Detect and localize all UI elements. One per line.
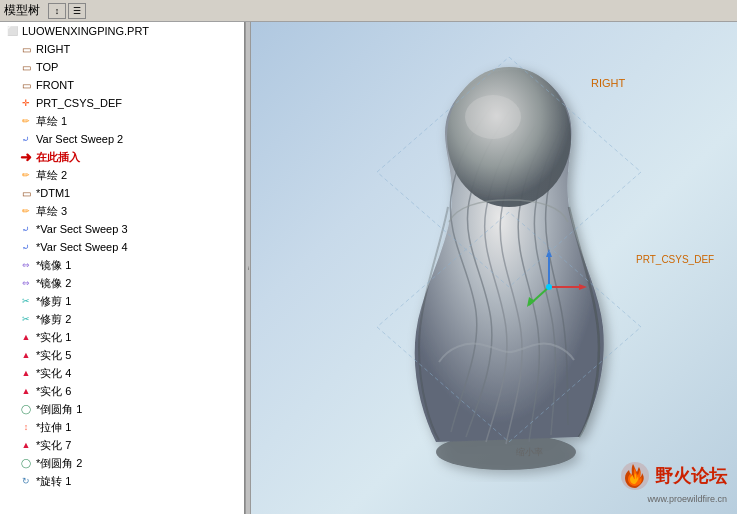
- watermark-url: www.proewildfire.cn: [619, 494, 727, 504]
- tree-item-17[interactable]: ✂ *修剪 2: [0, 310, 244, 328]
- tree-item-10[interactable]: ▭ *DTM1: [0, 184, 244, 202]
- tree-item-5[interactable]: ✛ PRT_CSYS_DEF: [0, 94, 244, 112]
- watermark-main-text: 野火论坛: [655, 464, 727, 488]
- filter-button[interactable]: ☰: [68, 3, 86, 19]
- tree-item-20[interactable]: ▲ *实化 4: [0, 364, 244, 382]
- tree-item-label-11: 草绘 3: [36, 204, 244, 219]
- tree-item-label-7: Var Sect Sweep 2: [36, 133, 244, 145]
- tree-item-icon-19: ▲: [18, 347, 34, 363]
- tree-item-18[interactable]: ▲ *实化 1: [0, 328, 244, 346]
- tree-content[interactable]: ⬜ LUOWENXINGPING.PRT ▭ RIGHT ▭ TOP ▭ FRO…: [0, 22, 244, 514]
- tree-item-22[interactable]: ◯ *倒圆角 1: [0, 400, 244, 418]
- tree-item-icon-16: ✂: [18, 293, 34, 309]
- model-3d-svg: [331, 52, 711, 482]
- tree-item-label-25: *倒圆角 2: [36, 456, 244, 471]
- tree-item-label-2: RIGHT: [36, 43, 244, 55]
- tree-item-label-20: *实化 4: [36, 366, 244, 381]
- tree-item-label-4: FRONT: [36, 79, 244, 91]
- tree-item-icon-22: ◯: [18, 401, 34, 417]
- tree-item-icon-17: ✂: [18, 311, 34, 327]
- svg-point-2: [465, 95, 521, 139]
- tree-item-icon-8: ➜: [18, 149, 34, 165]
- tree-item-icon-11: ✏: [18, 203, 34, 219]
- tree-item-icon-10: ▭: [18, 185, 34, 201]
- tree-item-23[interactable]: ↕ *拉伸 1: [0, 418, 244, 436]
- tree-item-icon-4: ▭: [18, 77, 34, 93]
- tree-item-icon-1: ⬜: [4, 23, 20, 39]
- tree-item-2[interactable]: ▭ RIGHT: [0, 40, 244, 58]
- tree-item-icon-24: ▲: [18, 437, 34, 453]
- tree-item-12[interactable]: ⤾ *Var Sect Sweep 3: [0, 220, 244, 238]
- tree-item-icon-25: ◯: [18, 455, 34, 471]
- tree-item-icon-9: ✏: [18, 167, 34, 183]
- viewport-3d[interactable]: RIGHT PRT_CSYS_DEF: [251, 22, 737, 514]
- tree-item-3[interactable]: ▭ TOP: [0, 58, 244, 76]
- tree-item-9[interactable]: ✏ 草绘 2: [0, 166, 244, 184]
- tree-item-8[interactable]: ➜ 在此插入: [0, 148, 244, 166]
- tree-item-label-21: *实化 6: [36, 384, 244, 399]
- svg-point-9: [546, 284, 552, 290]
- tree-item-label-15: *镜像 2: [36, 276, 244, 291]
- tree-item-icon-23: ↕: [18, 419, 34, 435]
- tree-item-icon-21: ▲: [18, 383, 34, 399]
- tree-item-label-17: *修剪 2: [36, 312, 244, 327]
- tree-item-icon-2: ▭: [18, 41, 34, 57]
- tree-item-7[interactable]: ⤾ Var Sect Sweep 2: [0, 130, 244, 148]
- tree-item-label-16: *修剪 1: [36, 294, 244, 309]
- tree-item-label-5: PRT_CSYS_DEF: [36, 97, 244, 109]
- tree-item-icon-18: ▲: [18, 329, 34, 345]
- tree-item-label-26: *旋转 1: [36, 474, 244, 489]
- tree-item-icon-14: ⇔: [18, 257, 34, 273]
- tree-item-label-6: 草绘 1: [36, 114, 244, 129]
- viewport-bottom-text: 缩小率: [516, 446, 543, 459]
- main-toolbar: 模型树 ↕ ☰: [0, 0, 737, 22]
- tree-item-label-22: *倒圆角 1: [36, 402, 244, 417]
- tree-item-21[interactable]: ▲ *实化 6: [0, 382, 244, 400]
- tree-item-label-19: *实化 5: [36, 348, 244, 363]
- tree-item-icon-15: ⇔: [18, 275, 34, 291]
- tree-item-label-9: 草绘 2: [36, 168, 244, 183]
- tree-item-icon-7: ⤾: [18, 131, 34, 147]
- tree-item-16[interactable]: ✂ *修剪 1: [0, 292, 244, 310]
- tree-item-label-3: TOP: [36, 61, 244, 73]
- watermark-logo: 野火论坛: [619, 460, 727, 492]
- sort-button[interactable]: ↕: [48, 3, 66, 19]
- tree-item-label-23: *拉伸 1: [36, 420, 244, 435]
- tree-item-13[interactable]: ⤾ *Var Sect Sweep 4: [0, 238, 244, 256]
- toolbar-title: 模型树: [4, 2, 40, 19]
- tree-item-label-10: *DTM1: [36, 187, 244, 199]
- tree-item-icon-13: ⤾: [18, 239, 34, 255]
- tree-item-14[interactable]: ⇔ *镜像 1: [0, 256, 244, 274]
- tree-item-15[interactable]: ⇔ *镜像 2: [0, 274, 244, 292]
- tree-item-label-12: *Var Sect Sweep 3: [36, 223, 244, 235]
- model-tree-panel: ⬜ LUOWENXINGPING.PRT ▭ RIGHT ▭ TOP ▭ FRO…: [0, 22, 245, 514]
- tree-item-26[interactable]: ↻ *旋转 1: [0, 472, 244, 490]
- tree-item-1[interactable]: ⬜ LUOWENXINGPING.PRT: [0, 22, 244, 40]
- tree-item-icon-3: ▭: [18, 59, 34, 75]
- tree-item-11[interactable]: ✏ 草绘 3: [0, 202, 244, 220]
- watermark: 野火论坛 www.proewildfire.cn: [619, 460, 727, 504]
- tree-item-icon-5: ✛: [18, 95, 34, 111]
- tree-item-label-13: *Var Sect Sweep 4: [36, 241, 244, 253]
- main-layout: ⬜ LUOWENXINGPING.PRT ▭ RIGHT ▭ TOP ▭ FRO…: [0, 22, 737, 514]
- tree-item-icon-26: ↻: [18, 473, 34, 489]
- tree-item-24[interactable]: ▲ *实化 7: [0, 436, 244, 454]
- tree-item-label-18: *实化 1: [36, 330, 244, 345]
- tree-item-label-1: LUOWENXINGPING.PRT: [22, 25, 244, 37]
- tree-item-label-14: *镜像 1: [36, 258, 244, 273]
- tree-item-icon-6: ✏: [18, 113, 34, 129]
- tree-item-19[interactable]: ▲ *实化 5: [0, 346, 244, 364]
- svg-point-1: [447, 67, 571, 207]
- tree-item-icon-20: ▲: [18, 365, 34, 381]
- tree-item-6[interactable]: ✏ 草绘 1: [0, 112, 244, 130]
- tree-item-label-24: *实化 7: [36, 438, 244, 453]
- tree-item-4[interactable]: ▭ FRONT: [0, 76, 244, 94]
- tree-item-icon-12: ⤾: [18, 221, 34, 237]
- tree-item-25[interactable]: ◯ *倒圆角 2: [0, 454, 244, 472]
- tree-item-label-8: 在此插入: [36, 150, 244, 165]
- fire-icon: [619, 460, 651, 492]
